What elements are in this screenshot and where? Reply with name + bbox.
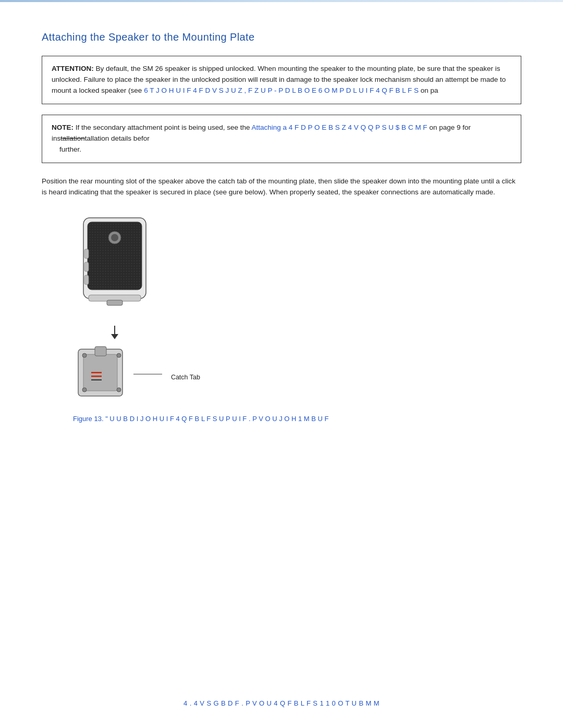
- bracket-row: Catch Tab: [73, 344, 521, 406]
- attention-label: ATTENTION:: [52, 65, 94, 72]
- note-label: NOTE:: [52, 124, 74, 131]
- note-text1: If the secondary attachment point is bei…: [76, 124, 250, 131]
- catch-tab-annotation: Catch Tab: [133, 369, 200, 381]
- attention-box: ATTENTION: By default, the SM 26 speaker…: [42, 56, 521, 104]
- figure-block: Catch Tab Figure 13. " U U B D I J O H U…: [73, 213, 521, 423]
- page-content: Attaching the Speaker to the Mounting Pl…: [0, 0, 563, 464]
- footer-text: 4 . 4 V S G B D F . P V O U 4 Q F B L F …: [183, 699, 380, 707]
- note-box: NOTE: If the secondary attachment point …: [42, 115, 521, 163]
- leader-line: [133, 369, 165, 379]
- svg-point-19: [82, 353, 87, 357]
- top-border: [0, 0, 563, 2]
- bracket-illustration: [73, 344, 130, 406]
- note-link1[interactable]: Attaching a 4 F D P O E B S Z 4 V Q Q P …: [252, 124, 427, 131]
- svg-marker-12: [111, 334, 118, 339]
- note-text3: further.: [52, 145, 81, 153]
- svg-rect-10: [107, 300, 123, 305]
- svg-rect-6: [84, 249, 89, 258]
- svg-rect-8: [84, 275, 89, 285]
- body-paragraph: Position the rear mounting slot of the s…: [42, 176, 521, 198]
- down-arrow: [107, 325, 123, 340]
- note-installation: tallation details befor: [85, 134, 150, 142]
- svg-rect-15: [95, 347, 106, 356]
- figure-caption: Figure 13. " U U B D I J O H U I F 4 Q F…: [73, 415, 521, 423]
- attention-link1[interactable]: 6 T J O H U I F 4 F D V S J U Z , F Z U …: [144, 87, 419, 94]
- svg-point-20: [117, 353, 121, 357]
- attention-text2: on pa: [421, 87, 438, 94]
- footer: 4 . 4 V S G B D F . P V O U 4 Q F B L F …: [0, 699, 563, 707]
- catch-tab-label: Catch Tab: [171, 374, 200, 381]
- svg-point-21: [82, 388, 87, 392]
- note-strikethrough: tallation: [60, 134, 85, 142]
- svg-rect-7: [84, 262, 89, 272]
- speaker-illustration: [73, 213, 156, 327]
- section-title: Attaching the Speaker to the Mounting Pl…: [42, 31, 521, 43]
- svg-point-22: [117, 388, 121, 392]
- svg-point-5: [111, 234, 118, 241]
